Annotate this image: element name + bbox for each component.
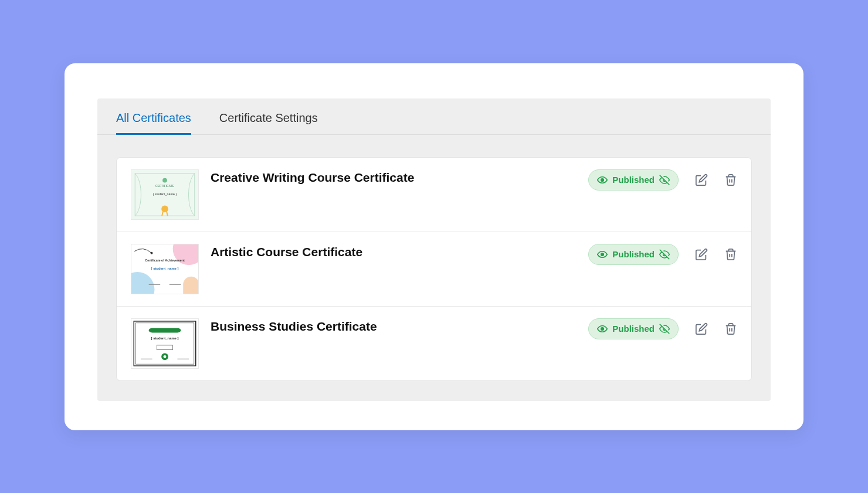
edit-button[interactable] [695, 174, 708, 186]
delete-button[interactable] [724, 248, 737, 261]
certificate-row: [ student_name ] Business Studies Certif… [117, 307, 751, 380]
tab-all-certificates[interactable]: All Certificates [116, 111, 191, 135]
status-published-pill[interactable]: Published [588, 318, 679, 339]
certificate-row: Certificate of Achievement [ student_nam… [117, 232, 751, 307]
edit-button[interactable] [695, 248, 708, 261]
eye-icon [597, 175, 608, 185]
svg-point-5 [161, 205, 168, 212]
svg-text:{ student_name }: { student_name } [153, 192, 177, 195]
tab-bar: All Certificates Certificate Settings [97, 98, 771, 135]
svg-point-6 [601, 178, 604, 181]
svg-text:Certificate of Achievement: Certificate of Achievement [145, 259, 185, 262]
eye-icon [597, 324, 608, 334]
status-label: Published [612, 324, 655, 334]
svg-point-15 [601, 253, 604, 256]
tab-certificate-settings[interactable]: Certificate Settings [219, 111, 318, 135]
main-card: All Certificates Certificate Settings CE… [65, 63, 803, 430]
svg-text:[ student_name ]: [ student_name ] [151, 266, 179, 270]
eye-icon [597, 249, 608, 260]
certificate-title: Business Studies Certificate [211, 318, 577, 334]
row-actions: Published [588, 169, 737, 191]
delete-button[interactable] [724, 174, 737, 186]
row-actions: Published [588, 318, 737, 339]
edit-button[interactable] [695, 322, 708, 335]
svg-point-25 [601, 327, 604, 330]
status-published-pill[interactable]: Published [588, 169, 679, 191]
svg-point-10 [151, 251, 153, 254]
eye-off-icon [659, 249, 670, 260]
certificate-title: Creative Writing Course Certificate [211, 169, 577, 185]
row-actions: Published [588, 244, 737, 265]
status-label: Published [612, 175, 655, 185]
certificates-panel: All Certificates Certificate Settings CE… [97, 98, 771, 401]
certificate-list: CERTIFICATE { student_name } Creative Wr… [116, 157, 752, 381]
status-published-pill[interactable]: Published [588, 244, 679, 265]
status-label: Published [612, 249, 655, 259]
certificate-thumbnail[interactable]: [ student_name ] [131, 318, 199, 369]
svg-text:CERTIFICATE: CERTIFICATE [155, 185, 175, 188]
eye-off-icon [659, 324, 670, 334]
certificate-row: CERTIFICATE { student_name } Creative Wr… [117, 158, 751, 232]
eye-off-icon [659, 175, 670, 185]
svg-text:[ student_name ]: [ student_name ] [151, 336, 179, 340]
svg-point-2 [162, 178, 167, 182]
certificate-title: Artistic Course Certificate [211, 244, 577, 259]
delete-button[interactable] [724, 322, 737, 335]
certificate-thumbnail[interactable]: CERTIFICATE { student_name } [131, 169, 199, 220]
svg-rect-16 [131, 319, 198, 368]
certificate-thumbnail[interactable]: Certificate of Achievement [ student_nam… [131, 244, 199, 294]
svg-point-22 [164, 355, 167, 358]
